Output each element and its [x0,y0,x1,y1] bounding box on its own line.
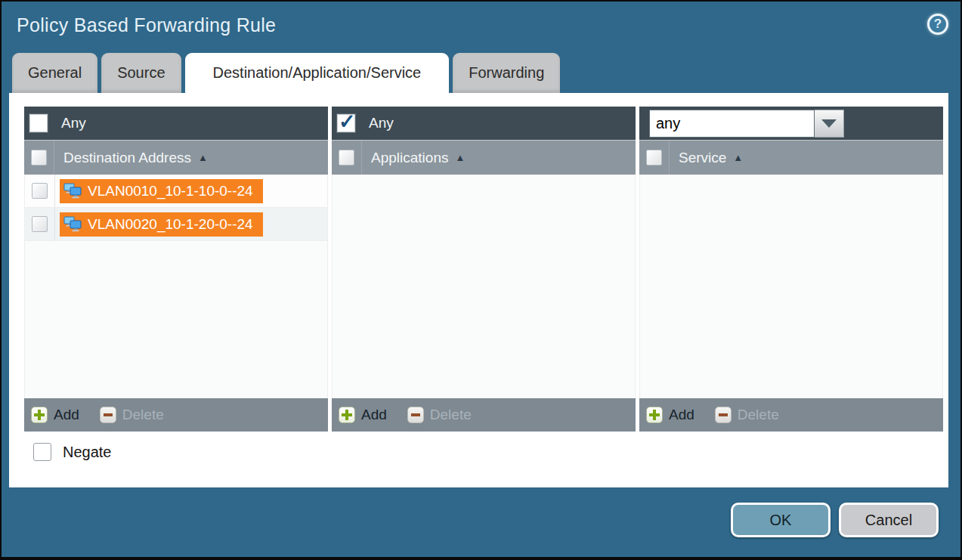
tab-general[interactable]: General [12,53,97,93]
add-service-button[interactable]: Add [646,407,694,423]
delete-icon [100,407,116,423]
destination-address-column-header[interactable]: Destination Address ▲ [24,140,328,175]
service-mode-dropdown[interactable]: any [649,110,844,138]
ok-button-label: OK [770,512,792,529]
delete-label: Delete [738,407,779,423]
applications-list [332,175,636,398]
applications-footer: Add Delete [332,398,636,432]
delete-destination-button[interactable]: Delete [100,407,164,423]
service-dropdown-value: any [649,110,815,138]
add-icon [646,407,663,423]
table-row: VLAN0020_10-1-20-0--24 [25,208,327,241]
help-icon[interactable]: ? [927,14,948,35]
network-icon [63,216,82,232]
sort-asc-icon: ▲ [198,152,208,163]
destination-item[interactable]: VLAN0020_10-1-20-0--24 [60,212,263,237]
tab-general-label: General [28,64,82,82]
destination-list: VLAN0010_10-1-10-0--24 [24,175,328,398]
destination-item[interactable]: VLAN0010_10-1-10-0--24 [60,179,263,203]
applications-any-checkbox[interactable]: ✓ [337,114,355,132]
tab-forwarding-label: Forwarding [469,64,544,82]
sort-asc-icon: ▲ [455,152,465,163]
delete-application-button[interactable]: Delete [407,407,472,423]
negate-option: Negate [33,443,112,461]
dropdown-button[interactable] [815,110,844,138]
network-icon [63,183,82,199]
columns-container: Any Destination Address ▲ [24,107,943,432]
delete-label: Delete [122,407,164,423]
applications-column-header[interactable]: Applications ▲ [332,140,636,175]
help-icon-glyph: ? [934,17,942,32]
add-label: Add [669,407,694,423]
applications-header-label: Applications [362,150,448,166]
destination-footer: Add Delete [24,398,328,432]
applications-any-label: Any [369,115,394,131]
tab-destination-application-service[interactable]: Destination/Application/Service [185,53,450,93]
delete-icon [715,407,732,423]
service-header-label: Service [670,150,726,166]
negate-checkbox[interactable] [33,443,51,461]
add-label: Add [361,407,387,423]
row-checkbox[interactable] [32,183,48,199]
destination-header-label: Destination Address [54,150,191,166]
tab-bar: General Source Destination/Application/S… [12,53,560,93]
add-label: Add [54,407,79,423]
add-destination-button[interactable]: Add [31,407,79,423]
add-application-button[interactable]: Add [339,407,387,423]
applications-panel: ✓ Any Applications ▲ Add [332,107,636,432]
destination-select-all-checkbox[interactable] [31,150,47,166]
service-select-all-checkbox[interactable] [646,150,662,166]
tab-content-panel: Any Destination Address ▲ [9,93,948,487]
destination-address-panel: Any Destination Address ▲ [24,107,328,432]
destination-item-label: VLAN0020_10-1-20-0--24 [88,216,253,233]
service-panel: any Service ▲ [639,107,943,432]
add-icon [339,407,355,423]
destination-any-checkbox[interactable] [29,114,48,132]
tab-forwarding[interactable]: Forwarding [453,53,560,93]
table-row: VLAN0010_10-1-10-0--24 [25,175,327,208]
destination-any-label: Any [61,115,86,131]
service-list [639,175,943,398]
destination-any-bar: Any [24,107,328,140]
delete-icon [407,407,424,423]
tab-destination-label: Destination/Application/Service [213,64,422,82]
cancel-button[interactable]: Cancel [839,503,939,537]
delete-label: Delete [430,407,472,423]
check-icon: ✓ [339,110,356,134]
row-checkbox[interactable] [32,216,48,232]
tab-source-label: Source [117,64,165,82]
service-dropdown-bar: any [639,107,943,140]
applications-any-bar: ✓ Any [332,107,636,140]
negate-label: Negate [63,444,112,461]
service-column-header[interactable]: Service ▲ [639,140,943,175]
sort-asc-icon: ▲ [733,152,743,163]
cancel-button-label: Cancel [865,512,912,529]
chevron-down-icon [821,119,837,128]
destination-item-label: VLAN0010_10-1-10-0--24 [88,183,253,200]
applications-select-all-checkbox[interactable] [339,150,354,166]
policy-based-forwarding-dialog: Policy Based Forwarding Rule ? General S… [0,0,962,560]
delete-service-button[interactable]: Delete [715,407,779,423]
service-footer: Add Delete [639,398,943,432]
tab-source[interactable]: Source [101,53,181,93]
ok-button[interactable]: OK [731,503,831,537]
add-icon [31,407,48,423]
dialog-title: Policy Based Forwarding Rule [17,14,276,36]
